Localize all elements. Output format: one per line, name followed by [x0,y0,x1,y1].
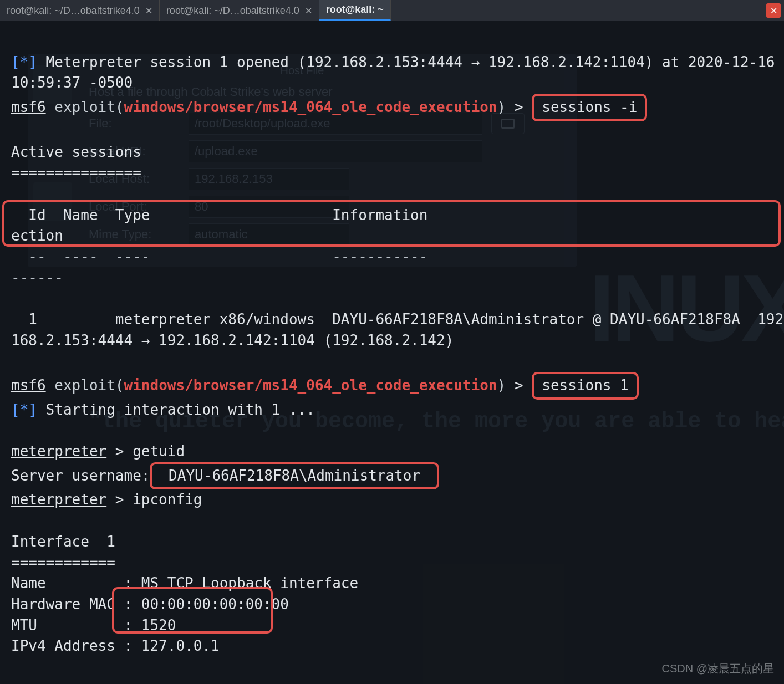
table-row: 1 meterpreter x86/windows DAYU-66AF218F8… [11,311,784,328]
highlight-box: sessions 1 [532,372,639,400]
close-icon: ✕ [770,6,777,16]
row: MTU : 1520 [11,617,176,634]
msf-prompt: msf6 [11,99,46,115]
tab-label: root@kali: ~/D…obaltstrike4.0 [7,5,140,17]
window-titlebar: root@kali: ~/D…obaltstrike4.0 ✕ root@kal… [0,0,784,21]
tab-strip: root@kali: ~/D…obaltstrike4.0 ✕ root@kal… [0,0,391,21]
tab-2[interactable]: root@kali: ~ [319,0,391,21]
prompt-gt: > [515,377,523,394]
text: exploit( [46,377,124,394]
cmd: ipconfig [133,491,202,508]
row: Hardware MAC : 00:00:00:00:00:00 [11,596,289,612]
table-divider: ------ [11,269,63,286]
cmd: getuid [133,443,185,460]
info-marker: [*] [11,401,37,418]
cmd: sessions 1 [542,377,629,394]
window-close-button[interactable]: ✕ [766,3,781,18]
highlight-box: sessions -i [532,94,647,121]
highlight-box: DAYU-66AF218F8A\Administrator [150,462,439,490]
interface-header: Interface 1 [11,533,115,550]
tab-0[interactable]: root@kali: ~/D…obaltstrike4.0 ✕ [0,0,160,21]
section-underline: =============== [11,165,141,181]
text: Starting interaction with 1 ... [37,401,315,418]
underline: ============ [11,554,115,571]
tab-label: root@kali: ~ [326,4,384,16]
table-divider: -- ---- ---- ----------- ---- [11,248,784,265]
section-header: Active sessions [11,144,141,160]
prompt-suffix: > [106,443,133,460]
meterpreter-prompt: meterpreter [11,491,106,508]
table-header: Id Name Type Information Conn [11,207,784,223]
module-path: windows/browser/ms14_064_ole_code_execut… [124,377,497,394]
info-marker: [*] [11,54,37,70]
row: IPv4 Address : 127.0.0.1 [11,637,220,654]
watermark: CSDN @凌晨五点的星 [661,661,774,676]
prompt-suffix: > [106,491,133,508]
tab-1[interactable]: root@kali: ~/D…obaltstrike4.0 ✕ [160,0,319,21]
module-path: windows/browser/ms14_064_ole_code_execut… [124,99,497,115]
meterpreter-prompt: meterpreter [11,443,106,460]
value: DAYU-66AF218F8A\Administrator [160,467,429,484]
text: exploit( [46,99,124,115]
text: Meterpreter session 1 opened (192.168.2.… [37,54,775,70]
close-icon[interactable]: ✕ [305,6,312,16]
table-row: 168.2.153:4444 → 192.168.2.142:1104 (192… [11,332,454,349]
table-header: ection [11,227,63,244]
cmd: sessions -i [542,99,637,115]
row: Name : MS TCP Loopback interface [11,575,358,591]
msf-prompt: msf6 [11,377,46,394]
label: Server username [11,467,141,484]
tab-label: root@kali: ~/D…obaltstrike4.0 [166,5,299,17]
text: ) [497,377,515,394]
text: ) [497,99,515,115]
prompt-gt: > [515,99,523,115]
close-icon[interactable]: ✕ [145,6,152,16]
terminal[interactable]: [*] Meterpreter session 1 opened (192.16… [0,21,784,684]
text: 10:59:37 -0500 [11,74,133,91]
